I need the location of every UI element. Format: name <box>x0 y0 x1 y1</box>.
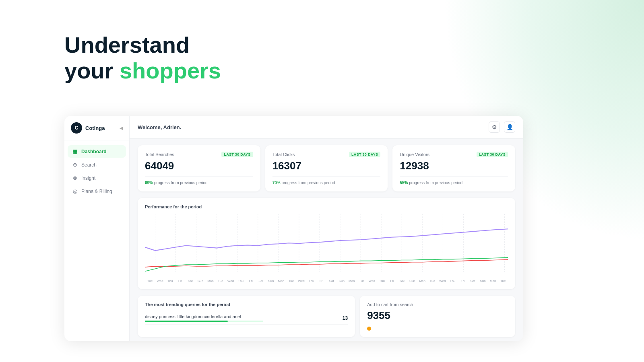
trending-item: disney princess little kingdom cinderell… <box>145 312 348 325</box>
settings-button[interactable]: ⚙ <box>489 121 500 133</box>
performance-chart <box>145 214 508 278</box>
stat-header-visitors: Unique Visitors LAST 30 DAYS <box>400 152 508 157</box>
x-label: Sun <box>336 279 347 283</box>
chart-area <box>145 214 508 278</box>
stat-value-visitors: 12938 <box>400 160 508 172</box>
visitors-progress-pct: 55% <box>400 181 408 185</box>
searches-progress-text: progress from previous period <box>154 181 208 185</box>
stat-label-searches: Total Searches <box>145 152 174 157</box>
searches-progress-pct: 69% <box>145 181 153 185</box>
chart-title: Performance for the period <box>145 204 508 209</box>
insight-icon: ⊗ <box>72 175 78 181</box>
x-label: Fri <box>246 279 256 283</box>
sidebar: C Cotinga ◀ ▦ Dashboard ⊕ Search ⊗ Insig… <box>64 116 130 341</box>
main-content: Welcome, Adrien. ⚙ 👤 Total Searches L <box>130 116 523 341</box>
plans-icon: ◎ <box>72 188 78 194</box>
x-label: Sat <box>256 279 266 283</box>
stat-badge-searches: LAST 30 DAYS <box>221 152 253 157</box>
x-label: Thu <box>448 279 458 283</box>
x-label: Tue <box>145 279 155 283</box>
sidebar-item-dashboard-label: Dashboard <box>81 149 107 154</box>
app-container: C Cotinga ◀ ▦ Dashboard ⊕ Search ⊗ Insig… <box>64 116 523 341</box>
stat-header-clicks: Total Clicks LAST 30 DAYS <box>272 152 381 157</box>
x-label: Sun <box>407 279 417 283</box>
x-label: Wed <box>296 279 306 283</box>
sidebar-item-search[interactable]: ⊕ Search <box>68 158 126 171</box>
topbar-welcome: Welcome, Adrien. <box>138 124 489 130</box>
profile-icon: 👤 <box>506 124 513 130</box>
stat-value-clicks: 16307 <box>272 160 381 172</box>
x-label: Fri <box>458 279 468 283</box>
trending-bar-fill <box>145 321 228 322</box>
stat-label-clicks: Total Clicks <box>272 152 295 157</box>
trending-title: The most trending queries for the period <box>145 302 348 307</box>
add-to-cart-label: Add to cart from search <box>367 302 508 307</box>
stat-value-searches: 64049 <box>145 160 253 172</box>
add-to-cart-card: Add to cart from search 9355 <box>360 296 515 337</box>
stat-label-visitors: Unique Visitors <box>400 152 429 157</box>
x-label: Wed <box>438 279 448 283</box>
x-label: Fri <box>316 279 326 283</box>
trending-item-text: disney princess little kingdom cinderell… <box>145 314 343 322</box>
clicks-progress-pct: 70% <box>272 181 281 185</box>
sidebar-item-insight-label: Insight <box>81 175 95 181</box>
profile-button[interactable]: 👤 <box>504 121 515 133</box>
x-label: Fri <box>175 279 185 283</box>
topbar: Welcome, Adrien. ⚙ 👤 <box>130 116 523 139</box>
hero-title: Understand your shoppers <box>64 32 221 84</box>
hero-line2: your shoppers <box>64 58 221 83</box>
x-label: Tue <box>286 279 296 283</box>
x-label: Mon <box>347 279 357 283</box>
dashboard-icon: ▦ <box>72 148 78 154</box>
sidebar-collapse-button[interactable]: ◀ <box>120 125 123 131</box>
stat-badge-clicks: LAST 30 DAYS <box>349 152 380 157</box>
trending-query-text: disney princess little kingdom cinderell… <box>145 314 343 319</box>
welcome-name: Adrien. <box>163 124 182 130</box>
bottom-row: The most trending queries for the period… <box>138 296 515 337</box>
hero-section: Understand your shoppers <box>64 32 221 84</box>
x-label: Tue <box>427 279 438 283</box>
content-area: Total Searches LAST 30 DAYS 64049 69% pr… <box>130 139 523 341</box>
x-label: Mon <box>417 279 427 283</box>
stat-footer-clicks: 70% progress from previous period <box>272 181 381 185</box>
x-label: Wed <box>226 279 236 283</box>
welcome-prefix: Welcome, <box>138 124 163 130</box>
trending-card: The most trending queries for the period… <box>138 296 355 337</box>
sidebar-item-insight[interactable]: ⊗ Insight <box>68 172 126 184</box>
stat-card-searches: Total Searches LAST 30 DAYS 64049 69% pr… <box>138 145 260 191</box>
x-label: Wed <box>155 279 165 283</box>
x-label: Tue <box>357 279 367 283</box>
sidebar-item-search-label: Search <box>81 162 97 168</box>
hero-line1: Understand <box>64 32 190 58</box>
hero-line2-plain: your <box>64 58 120 83</box>
x-label: Fri <box>387 279 397 283</box>
chart-x-axis: Tue Wed Thu Fri Sat Sun Mon Tue Wed Thu … <box>145 278 508 283</box>
sidebar-item-dashboard[interactable]: ▦ Dashboard <box>68 145 126 158</box>
stat-footer-searches: 69% progress from previous period <box>145 181 253 185</box>
x-label: Thu <box>377 279 387 283</box>
add-to-cart-value: 9355 <box>367 309 508 322</box>
x-label: Mon <box>488 279 498 283</box>
sidebar-item-plans[interactable]: ◎ Plans & Billing <box>68 185 126 197</box>
stat-card-visitors: Unique Visitors LAST 30 DAYS 12938 55% p… <box>392 145 515 191</box>
x-label: Sat <box>468 279 478 283</box>
settings-icon: ⚙ <box>492 124 497 130</box>
x-label: Thu <box>306 279 316 283</box>
sidebar-nav: ▦ Dashboard ⊕ Search ⊗ Insight ◎ Plans &… <box>64 140 129 202</box>
x-label: Thu <box>236 279 246 283</box>
trending-bar <box>145 321 263 322</box>
x-label: Sun <box>195 279 205 283</box>
x-label: Wed <box>367 279 377 283</box>
clicks-progress-text: progress from previous period <box>281 181 335 185</box>
x-label: Mon <box>205 279 215 283</box>
x-label: Sun <box>266 279 276 283</box>
x-label: Sun <box>478 279 488 283</box>
stats-row: Total Searches LAST 30 DAYS 64049 69% pr… <box>138 145 515 191</box>
trending-count: 13 <box>343 315 348 321</box>
topbar-icons: ⚙ 👤 <box>489 121 515 133</box>
sidebar-item-plans-label: Plans & Billing <box>81 189 112 194</box>
chart-card: Performance for the period <box>138 198 515 289</box>
x-label: Tue <box>498 279 508 283</box>
visitors-progress-text: progress from previous period <box>409 181 462 185</box>
stat-card-clicks: Total Clicks LAST 30 DAYS 16307 70% prog… <box>265 145 388 191</box>
